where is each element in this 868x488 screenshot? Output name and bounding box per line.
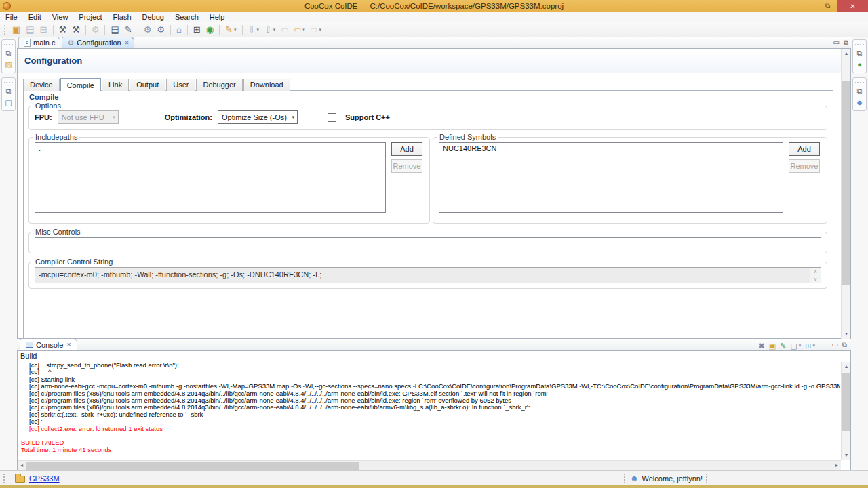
- config-tab-compile[interactable]: Compile: [60, 78, 101, 92]
- rebuild-icon[interactable]: ⚒: [69, 23, 83, 37]
- program-download-icon[interactable]: ⇧▾: [262, 23, 278, 37]
- restore-view-icon[interactable]: ⧉: [853, 47, 866, 59]
- console-output[interactable]: [cc] strcpy_send_to_phone("Flash read er…: [21, 362, 840, 459]
- scroll-spinner[interactable]: ∧ ∨: [810, 268, 821, 283]
- close-tab-icon[interactable]: ✕: [125, 40, 130, 46]
- config-tab-link[interactable]: Link: [102, 79, 129, 91]
- restore-view-icon[interactable]: ⧉: [2, 47, 15, 59]
- browser-icon[interactable]: ◉: [203, 23, 216, 37]
- menu-search[interactable]: Search: [170, 12, 204, 22]
- dropdown-arrow-icon[interactable]: ▾: [273, 27, 276, 33]
- console-horizontal-scrollbar[interactable]: ◂ ▸: [18, 460, 841, 470]
- download-code-icon[interactable]: ⇩▾: [245, 23, 262, 37]
- scroll-left-icon[interactable]: ◂: [18, 461, 26, 470]
- list-item[interactable]: NUC140RE3CN: [439, 143, 783, 152]
- highlight-icon[interactable]: ✎▾: [222, 23, 239, 37]
- menu-project[interactable]: Project: [73, 12, 107, 22]
- repository-folder-icon[interactable]: ▨: [2, 59, 15, 70]
- scroll-down-icon[interactable]: ▾: [842, 329, 851, 339]
- forward-icon[interactable]: ⇨▾: [308, 23, 324, 37]
- debug-icon[interactable]: ⚙: [154, 23, 167, 37]
- scroll-right-icon[interactable]: ▸: [833, 461, 841, 470]
- scrollbar-thumb[interactable]: [26, 462, 359, 470]
- editor-tab-main-c[interactable]: c main.c: [18, 37, 60, 48]
- back-icon[interactable]: ⇦▾: [291, 23, 307, 37]
- pin-console-icon[interactable]: ✎: [778, 340, 788, 350]
- open-console-icon[interactable]: ⊞▾: [803, 340, 817, 350]
- misc-controls-input[interactable]: [35, 237, 821, 249]
- support-cpp-checkbox[interactable]: [328, 113, 336, 122]
- configure-icon[interactable]: ⚙: [141, 23, 155, 37]
- optimization-combobox[interactable]: Optimize Size (-Os) ▾: [218, 110, 298, 124]
- close-window-button[interactable]: ✕: [837, 0, 868, 12]
- dropdown-arrow-icon[interactable]: ▾: [319, 27, 322, 33]
- fpu-combobox[interactable]: Not use FPU ▾: [58, 110, 119, 124]
- flash-erase-icon[interactable]: ▤: [108, 23, 121, 37]
- includepaths-add-button[interactable]: Add: [391, 142, 422, 156]
- dropdown-arrow-icon[interactable]: ▾: [812, 343, 815, 348]
- defined-symbols-listbox[interactable]: NUC140RE3CN: [439, 142, 783, 213]
- scroll-down-icon[interactable]: ▾: [842, 451, 851, 460]
- editor-tab-configuration[interactable]: ⚙ Configuration ✕: [62, 37, 134, 48]
- scroll-lock-icon[interactable]: ▣: [767, 340, 778, 350]
- editor-vertical-scrollbar[interactable]: ▴ ▾: [841, 49, 850, 339]
- config-tab-output[interactable]: Output: [130, 79, 165, 91]
- symbols-add-button[interactable]: Add: [789, 142, 820, 156]
- maximize-view-icon[interactable]: ⧉: [844, 39, 848, 47]
- config-tab-user[interactable]: User: [166, 79, 195, 91]
- minimize-view-icon[interactable]: ▭: [833, 39, 839, 47]
- maximize-panel-icon[interactable]: ⧉: [842, 341, 847, 349]
- display-selected-console-icon[interactable]: ▢▾: [788, 340, 803, 350]
- status-bar: GPS33M ☻ Welcome, jefflynn!: [0, 470, 868, 485]
- dropdown-arrow-icon[interactable]: ▾: [234, 27, 237, 33]
- menu-help[interactable]: Help: [204, 12, 231, 22]
- includepaths-listbox[interactable]: .: [35, 142, 386, 213]
- close-tab-icon[interactable]: ✕: [66, 342, 71, 348]
- menu-file[interactable]: File: [0, 12, 23, 22]
- menu-flash[interactable]: Flash: [108, 12, 137, 22]
- menu-debug[interactable]: Debug: [137, 12, 170, 22]
- editor-window-icon[interactable]: ▢: [2, 97, 15, 108]
- dropdown-arrow-icon[interactable]: ▾: [302, 27, 305, 33]
- console-vertical-scrollbar[interactable]: ▴ ▾: [841, 362, 850, 460]
- spin-up-icon[interactable]: ∧: [814, 269, 817, 274]
- symbols-remove-button[interactable]: Remove: [789, 159, 820, 173]
- status-dot-icon[interactable]: ●: [853, 59, 866, 70]
- scrollbar-thumb[interactable]: [842, 81, 850, 285]
- open-file-icon[interactable]: ▤: [23, 23, 37, 37]
- editor-tab-label: Configuration: [77, 39, 121, 47]
- minimize-window-button[interactable]: –: [798, 0, 818, 12]
- scrollbar-thumb[interactable]: [842, 373, 850, 431]
- build-icon[interactable]: ⚒: [56, 23, 70, 37]
- restore-view-icon[interactable]: ⧉: [853, 85, 866, 97]
- minimize-panel-icon[interactable]: ▭: [831, 341, 837, 349]
- menu-view[interactable]: View: [47, 12, 74, 22]
- cancel-build-icon[interactable]: ⚙: [89, 23, 102, 37]
- new-project-icon[interactable]: ▣: [9, 23, 23, 37]
- help-icon[interactable]: ☻: [853, 97, 866, 108]
- restore-view-icon[interactable]: ⧉: [2, 85, 15, 97]
- config-tab-device[interactable]: Device: [23, 79, 60, 91]
- forward-icon: ⇨: [311, 24, 318, 36]
- compiler-control-value: -mcpu=cortex-m0; -mthumb; -Wall; -ffunct…: [39, 270, 321, 279]
- config-tab-debugger[interactable]: Debugger: [196, 79, 242, 91]
- restore-window-button[interactable]: ⧉: [818, 0, 837, 12]
- clear-console-icon[interactable]: ✖: [757, 340, 767, 350]
- spin-down-icon[interactable]: ∨: [814, 277, 817, 282]
- dropdown-arrow-icon[interactable]: ▾: [799, 343, 802, 348]
- save-icon[interactable]: ⊟: [37, 23, 50, 37]
- home-icon[interactable]: ⌂: [174, 23, 184, 37]
- perspective-grid-icon[interactable]: ⊞: [191, 23, 203, 37]
- project-link[interactable]: GPS33M: [29, 474, 60, 483]
- menu-edit[interactable]: Edit: [23, 12, 47, 22]
- console-tab[interactable]: Console ✕: [20, 338, 77, 350]
- configuration-editor: Configuration DeviceCompileLinkOutputUse…: [17, 49, 851, 339]
- config-tab-download[interactable]: Download: [243, 79, 290, 91]
- flash-program-icon[interactable]: ✎: [122, 23, 135, 37]
- list-item[interactable]: .: [35, 143, 385, 152]
- includepaths-remove-button[interactable]: Remove: [391, 159, 422, 173]
- scroll-up-icon[interactable]: ▴: [842, 362, 851, 371]
- scroll-up-icon[interactable]: ▴: [842, 49, 851, 58]
- last-edit-location-icon[interactable]: ⇦: [278, 23, 291, 37]
- dropdown-arrow-icon[interactable]: ▾: [256, 27, 259, 33]
